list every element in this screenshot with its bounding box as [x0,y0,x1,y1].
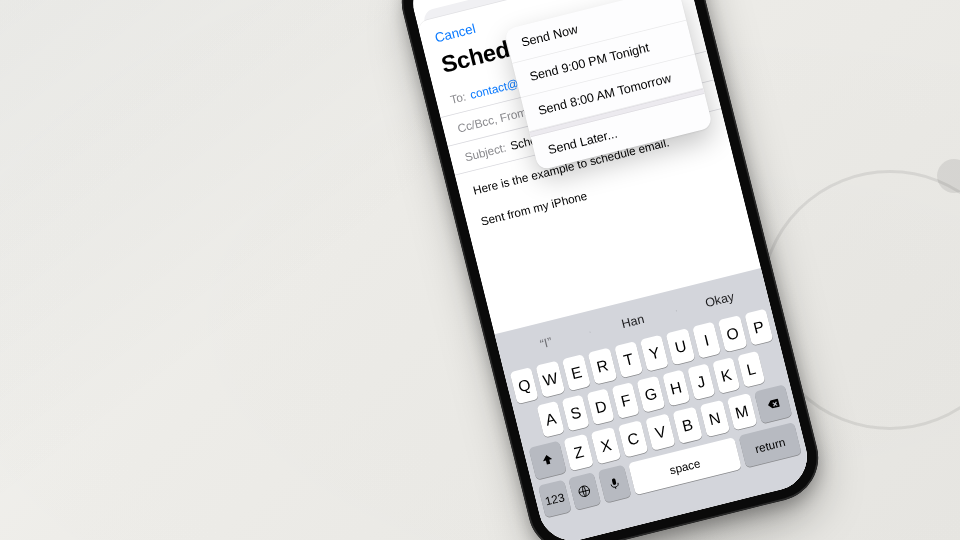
key-k[interactable]: K [712,357,740,394]
key-p[interactable]: P [744,309,773,346]
backspace-icon [764,395,781,412]
key-m[interactable]: M [727,393,758,430]
key-numbers[interactable]: 123 [538,480,571,518]
svg-rect-1 [611,478,616,485]
key-g[interactable]: G [637,376,665,413]
mic-icon [606,475,623,492]
key-l[interactable]: L [737,351,765,388]
mail-app: 4:15 ⚡︎ Cancel [406,0,814,540]
key-y[interactable]: Y [640,335,669,372]
key-w[interactable]: W [536,361,565,398]
key-shift[interactable] [529,440,567,479]
key-backspace[interactable] [754,384,792,423]
key-b-s[interactable]: S [562,395,590,432]
key-b[interactable]: B [672,407,703,444]
key-n[interactable]: N [699,400,730,437]
key-c[interactable]: C [618,420,649,457]
shift-icon [539,452,556,469]
key-h[interactable]: H [662,370,690,407]
key-r[interactable]: R [588,348,617,385]
key-t[interactable]: T [614,341,643,378]
key-z[interactable]: Z [564,434,595,471]
key-o[interactable]: O [718,315,747,352]
key-u[interactable]: U [666,328,695,365]
key-v[interactable]: V [645,413,676,450]
globe-icon [576,483,593,500]
phone-frame: 4:15 ⚡︎ Cancel [393,0,828,540]
phone-screen: 4:15 ⚡︎ Cancel [406,0,814,540]
key-e[interactable]: E [562,354,591,391]
compose-sheet: Cancel Schedule email To: contact@appl C… [417,0,814,540]
key-i[interactable]: I [692,322,721,359]
key-d[interactable]: D [587,388,615,425]
key-a[interactable]: A [536,401,564,438]
key-mic[interactable] [598,465,631,503]
key-q[interactable]: Q [510,367,539,404]
desk-background: 4:15 ⚡︎ Cancel [0,0,960,540]
key-f[interactable]: F [612,382,640,419]
key-j[interactable]: J [687,363,715,400]
keyboard: “I” Han Okay Q W E R T Y [495,268,815,540]
key-globe[interactable] [568,472,601,510]
key-x[interactable]: X [591,427,622,464]
to-label: To: [449,90,467,107]
subject-label: Subject: [463,141,507,164]
